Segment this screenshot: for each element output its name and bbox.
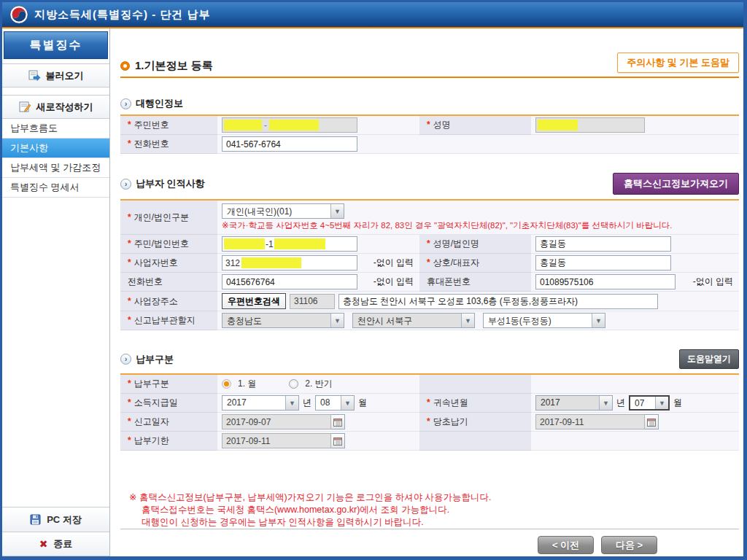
mobile-label: 휴대폰번호	[427, 276, 471, 288]
jurisdiction-sigungu-dropdown[interactable]: 천안시 서북구 ▼	[352, 313, 475, 328]
help-open-button[interactable]: 도움말열기	[679, 349, 739, 369]
sidebar: 특별징수 불러오기 새로작성하기 납부흐름도	[2, 28, 110, 556]
agent-name-field[interactable]	[535, 117, 645, 133]
calendar-icon[interactable]	[331, 414, 345, 429]
sidebar-item-tax-adjustment[interactable]: 납부세액 및 가감조정	[2, 158, 109, 178]
page-title-row: 1.기본정보 등록 주의사항 및 기본 도움말	[120, 52, 739, 78]
chevron-down-icon: ▼	[341, 396, 354, 410]
jurisdiction-dong-dropdown[interactable]: 부성1동(두정동) ▼	[483, 313, 605, 328]
original-due-label: 당초납기	[427, 416, 468, 428]
payment-table: 납부구분 1. 월 2. 반기 소득지급일 2017 ▼ 년	[120, 373, 739, 451]
agent-info-title: 대행인정보	[136, 97, 183, 110]
exit-label: 종료	[53, 537, 72, 551]
floppy-disk-icon	[30, 514, 41, 525]
payer-resident-no-label: 주민/법인번호	[128, 238, 189, 250]
exit-x-icon: ✖	[39, 538, 48, 550]
gov-logo-icon	[9, 5, 28, 24]
attribution-label: 귀속년월	[427, 397, 468, 409]
payer-phone-input[interactable]	[222, 274, 357, 289]
radio-monthly[interactable]	[222, 379, 231, 389]
empty-label-cell	[419, 375, 531, 394]
hometax-import-button[interactable]: 홈택스신고정보가져오기	[613, 173, 739, 195]
payer-name-input[interactable]	[535, 236, 671, 252]
chevron-down-icon: ▼	[655, 397, 668, 409]
agent-info-table: 주민번호 - 성명 전화번호	[120, 114, 739, 154]
sidebar-item-statement[interactable]: 특별징수 명세서	[2, 178, 109, 198]
year-unit: 년	[616, 397, 625, 409]
new-form-button[interactable]: 새로작성하기	[2, 95, 109, 119]
mobile-input[interactable]	[535, 274, 676, 289]
no-dash-hint: -없이 입력	[693, 276, 735, 288]
agent-name-label: 성명	[427, 119, 451, 131]
section-arrow-icon: ›	[120, 354, 131, 365]
year-unit: 년	[303, 397, 311, 409]
pc-save-button[interactable]: PC 저장	[2, 507, 109, 532]
jurisdiction-sido-value: 충청남도	[222, 314, 330, 327]
payer-type-value: 개인(내국인)(01)	[222, 204, 330, 218]
sidebar-item-payment-flow[interactable]: 납부흐름도	[2, 119, 109, 139]
basic-help-button[interactable]: 주의사항 및 기본 도움말	[617, 52, 739, 73]
note-line: 홈택스접수번호는 국세청 홈택스(www.hometax.go.kr)에서 조회…	[129, 504, 739, 516]
payment-section-title: 납부구분	[136, 353, 174, 366]
sidebar-item-basic-info[interactable]: 기본사항	[2, 139, 109, 158]
redaction-block	[538, 120, 578, 131]
radio-half-year[interactable]	[289, 379, 298, 389]
load-document-icon	[28, 70, 41, 81]
attribution-year-dropdown[interactable]: 2017 ▼	[535, 395, 613, 411]
attribution-month-dropdown[interactable]: 07 ▼	[629, 395, 670, 411]
agent-resident-no-field[interactable]: -	[222, 117, 357, 133]
month-unit: 월	[358, 397, 367, 409]
page-title: 1.기본정보 등록	[135, 59, 213, 73]
chevron-down-icon: ▼	[330, 314, 344, 327]
pay-type-label: 납부구분	[128, 378, 169, 390]
payer-type-dropdown[interactable]: 개인(내국인)(01) ▼	[222, 203, 344, 219]
jurisdiction-label: 신고납부관할지	[128, 314, 196, 327]
orange-bullet-icon	[120, 61, 130, 71]
attribution-year-value: 2017	[536, 396, 599, 410]
next-button[interactable]: 다음 >	[601, 536, 657, 554]
calendar-icon[interactable]	[645, 414, 659, 429]
income-month-dropdown[interactable]: 08 ▼	[315, 395, 355, 411]
business-no-field[interactable]: 312	[222, 255, 357, 271]
empty-value-cell	[531, 432, 739, 451]
redaction-block	[224, 120, 262, 131]
due-date-input[interactable]	[222, 433, 331, 448]
agent-phone-input[interactable]	[222, 136, 357, 152]
report-date-input[interactable]	[222, 414, 331, 429]
income-year-dropdown[interactable]: 2017 ▼	[222, 395, 299, 411]
jurisdiction-sido-dropdown[interactable]: 충청남도 ▼	[222, 313, 344, 328]
redaction-block	[274, 238, 325, 249]
no-dash-hint: -없이 입력	[374, 276, 415, 288]
jurisdiction-sigungu-value: 천안시 서북구	[353, 314, 461, 327]
chevron-down-icon: ▼	[285, 396, 298, 410]
note-line: 대행인이 신청하는 경우에는 납부자 인적사항을 입력하시기 바랍니다.	[129, 516, 739, 529]
payer-info-table: 개인/법인구분 개인(내국인)(01) ▼ ※국가·학교등 사업자번호 4~5번…	[120, 199, 739, 330]
payer-resident-no-field[interactable]: -1	[222, 236, 357, 252]
address-label: 사업장주소	[128, 295, 178, 308]
income-date-label: 소득지급일	[128, 397, 178, 409]
redaction-block	[241, 257, 301, 268]
load-button[interactable]: 불러오기	[2, 63, 109, 88]
zip-search-button[interactable]: 우편번호검색	[222, 293, 286, 309]
agent-phone-label: 전화번호	[128, 138, 169, 150]
chevron-down-icon: ▼	[599, 396, 612, 410]
exit-button[interactable]: ✖ 종료	[2, 532, 109, 556]
zip-input[interactable]	[290, 294, 335, 309]
company-input[interactable]	[535, 255, 671, 271]
prev-button[interactable]: < 이전	[538, 536, 594, 554]
calendar-icon[interactable]	[331, 433, 345, 448]
agent-resident-no-label: 주민번호	[128, 119, 169, 131]
sidebar-header: 특별징수	[4, 31, 108, 59]
new-form-button-label: 새로작성하기	[36, 101, 93, 114]
redaction-block	[224, 238, 265, 249]
menu-label: 특별징수 명세서	[10, 181, 80, 194]
radio-monthly-label: 1. 월	[238, 378, 256, 390]
new-document-icon	[19, 101, 31, 112]
payer-type-note: ※국가·학교등 사업자번호 4~5번째 자리가 82, 83인 경우 "광역자치…	[222, 220, 672, 231]
address-input[interactable]	[338, 294, 658, 309]
chevron-down-icon: ▼	[592, 314, 605, 327]
agent-info-section-header: › 대행인정보	[120, 97, 739, 110]
original-due-input[interactable]	[535, 414, 645, 429]
income-year-value: 2017	[222, 396, 285, 410]
redaction-block	[269, 120, 319, 131]
